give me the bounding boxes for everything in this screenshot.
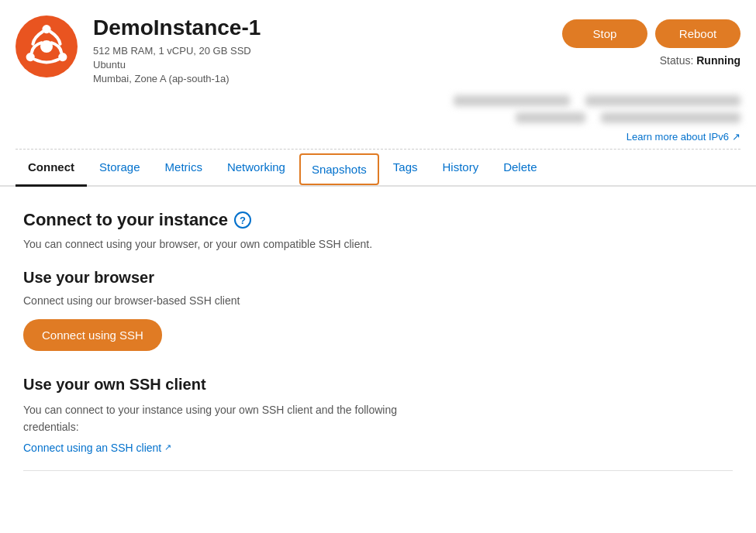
browser-section-title: Use your browser xyxy=(23,269,733,287)
own-client-external-icon: ↗ xyxy=(164,442,171,452)
ipv6-link-text: Learn more about IPv6 xyxy=(627,131,729,143)
tabs-nav: Connect Storage Metrics Networking Snaps… xyxy=(0,150,756,187)
action-buttons: Stop Reboot xyxy=(562,19,740,48)
instance-title: DemoInstance-1 xyxy=(93,15,562,40)
help-icon[interactable]: ? xyxy=(234,211,251,229)
own-client-ssh-link[interactable]: Connect using an SSH client ↗ xyxy=(23,442,171,454)
connect-ssh-button[interactable]: Connect using SSH xyxy=(23,319,162,351)
own-client-desc: You can connect to your instance using y… xyxy=(23,401,733,436)
status-line: Status: Running xyxy=(660,54,740,67)
section-heading: Connect to your instance ? xyxy=(23,210,733,230)
instance-info: DemoInstance-1 512 MB RAM, 1 vCPU, 20 GB… xyxy=(93,15,562,84)
status-label: Status: xyxy=(660,54,694,67)
ubuntu-logo xyxy=(16,15,78,77)
stop-button[interactable]: Stop xyxy=(562,19,647,48)
tab-delete[interactable]: Delete xyxy=(491,150,549,187)
tab-connect[interactable]: Connect xyxy=(16,150,87,187)
connect-section-title: Connect to your instance xyxy=(23,210,228,230)
ip-row-1 xyxy=(0,92,756,109)
blurred-ip-2 xyxy=(585,95,740,106)
own-client-desc-line1: You can connect to your instance using y… xyxy=(23,404,397,416)
header-actions: Stop Reboot Status: Running xyxy=(562,15,740,67)
main-content: Connect to your instance ? You can conne… xyxy=(0,187,756,487)
section-description: You can connect using your browser, or y… xyxy=(23,238,733,250)
tab-snapshots[interactable]: Snapshots xyxy=(299,153,379,185)
tab-history[interactable]: History xyxy=(430,150,492,187)
instance-location: Mumbai, Zone A (ap-south-1a) xyxy=(93,73,562,84)
tab-networking[interactable]: Networking xyxy=(215,150,298,187)
tab-tags[interactable]: Tags xyxy=(381,150,430,187)
own-client-link-text: Connect using an SSH client xyxy=(23,442,161,454)
ip-row-2 xyxy=(0,109,756,126)
external-link-icon: ↗ xyxy=(732,131,740,143)
reboot-button[interactable]: Reboot xyxy=(655,19,740,48)
header: DemoInstance-1 512 MB RAM, 1 vCPU, 20 GB… xyxy=(0,0,756,92)
ipv6-link[interactable]: Learn more about IPv6 ↗ xyxy=(627,131,740,143)
instance-os: Ubuntu xyxy=(93,59,562,70)
tab-storage[interactable]: Storage xyxy=(87,150,153,187)
own-client-title: Use your own SSH client xyxy=(23,376,733,394)
blurred-ip-1 xyxy=(454,95,570,106)
browser-section-desc: Connect using our browser-based SSH clie… xyxy=(23,294,733,307)
blurred-ip-4 xyxy=(601,112,740,123)
status-value: Running xyxy=(696,54,740,67)
instance-specs: 512 MB RAM, 1 vCPU, 20 GB SSD xyxy=(93,45,562,57)
tab-metrics[interactable]: Metrics xyxy=(153,150,215,187)
content-divider xyxy=(23,470,733,471)
own-client-desc-line2: credentials: xyxy=(23,421,79,433)
ipv6-section: Learn more about IPv6 ↗ xyxy=(0,126,756,149)
blurred-ip-3 xyxy=(516,112,585,123)
